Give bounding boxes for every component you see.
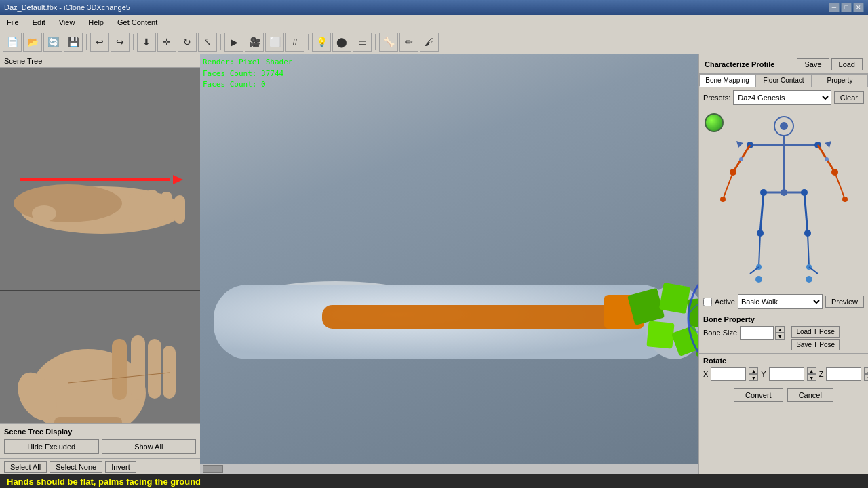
svg-rect-5 — [174, 195, 185, 224]
scene-tree-display-bar: Scene Tree Display Hide Excluded Show Al… — [0, 423, 200, 458]
maximize-btn[interactable]: □ — [841, 3, 852, 12]
rotate-y-spinner: ▲ ▼ — [807, 367, 816, 381]
display-btn[interactable]: ▭ — [353, 33, 372, 52]
svg-rect-4 — [161, 192, 172, 224]
svg-marker-8 — [173, 175, 183, 184]
menu-get-content[interactable]: Get Content — [113, 17, 161, 28]
play-btn[interactable]: ▶ — [224, 33, 243, 52]
bone-size-input[interactable]: 5.0 — [740, 326, 774, 340]
status-bar: Hands should be flat, palms facing the g… — [0, 474, 868, 488]
select-all-btn[interactable]: Select All — [4, 461, 47, 473]
svg-point-72 — [755, 276, 762, 283]
presets-row: Presets: Daz4 Genesis Clear — [699, 87, 868, 108]
3d-viewport[interactable]: Render: Pixel Shader Faces Count: 37744 … — [200, 54, 698, 474]
svg-rect-24 — [659, 283, 690, 314]
save-t-pose-btn[interactable]: Save T Pose — [791, 339, 840, 350]
scene-tree-header: Scene Tree — [0, 54, 200, 68]
select-bar: Select All Select None Invert — [0, 458, 200, 474]
left-panel: Scene Tree — [0, 54, 200, 474]
minimize-btn[interactable]: ─ — [829, 3, 840, 12]
tab-floor-contact[interactable]: Floor Contact — [755, 74, 812, 87]
menu-bar: File Edit View Help Get Content — [0, 15, 868, 30]
motion-select[interactable]: Basic Walk — [738, 294, 823, 309]
convert-btn[interactable]: Convert — [734, 388, 783, 402]
rx-up[interactable]: ▲ — [749, 367, 758, 374]
rotate-tb-btn[interactable]: ↻ — [178, 33, 197, 52]
new-btn[interactable]: 📄 — [3, 33, 22, 52]
move-btn[interactable]: ✛ — [157, 33, 176, 52]
svg-point-73 — [806, 276, 812, 283]
rotate-x-label: X — [703, 370, 708, 378]
bone-size-up[interactable]: ▲ — [775, 326, 785, 333]
char-load-btn[interactable]: Load — [831, 58, 863, 70]
ry-up[interactable]: ▲ — [807, 367, 816, 374]
bottom-hand-svg: 45° — [0, 291, 200, 423]
bone-btn[interactable]: 🦴 — [379, 33, 398, 52]
hide-excluded-btn[interactable]: Hide Excluded — [4, 439, 99, 454]
window-controls: ─ □ ✕ — [829, 3, 864, 12]
presets-select[interactable]: Daz4 Genesis — [733, 90, 831, 105]
clear-btn[interactable]: Clear — [834, 92, 864, 104]
rz-up[interactable]: ▲ — [864, 367, 868, 374]
light-btn[interactable]: 💡 — [312, 33, 331, 52]
scroll-thumb[interactable] — [203, 465, 223, 473]
invert-btn[interactable]: Invert — [105, 461, 136, 473]
scene-tree-buttons: Hide Excluded Show All — [4, 439, 196, 454]
tab-property[interactable]: Property — [812, 74, 868, 87]
svg-rect-13 — [163, 346, 176, 399]
menu-file[interactable]: File — [3, 17, 23, 28]
save-btn[interactable]: 💾 — [64, 33, 83, 52]
close-btn[interactable]: ✕ — [853, 3, 864, 12]
open-btn[interactable]: 📂 — [23, 33, 42, 52]
svg-rect-3 — [146, 190, 158, 224]
grid-btn[interactable]: # — [285, 33, 304, 52]
ry-down[interactable]: ▼ — [807, 374, 816, 381]
svg-line-48 — [723, 172, 733, 199]
title-text: Daz_Default.fbx - iClone 3DXchange5 — [4, 3, 130, 12]
menu-view[interactable]: View — [55, 17, 79, 28]
edit2-btn[interactable]: ✏ — [399, 33, 418, 52]
select-none-btn[interactable]: Select None — [50, 461, 102, 473]
svg-point-1 — [14, 184, 122, 222]
rotate-z-input[interactable]: 34.0 — [826, 367, 861, 381]
show-all-btn[interactable]: Show All — [102, 439, 197, 454]
cancel-btn[interactable]: Cancel — [787, 388, 833, 402]
char-save-btn[interactable]: Save — [797, 58, 829, 70]
camera-btn[interactable]: 🎥 — [245, 33, 264, 52]
characterize-header: Characterize Profile Save Load — [699, 54, 868, 74]
render-tb-btn[interactable]: ⬜ — [265, 33, 284, 52]
rx-down[interactable]: ▼ — [749, 374, 758, 381]
svg-line-65 — [808, 233, 809, 267]
svg-point-53 — [842, 197, 848, 202]
rotate-y-input[interactable]: 0.0 — [769, 367, 804, 381]
menu-help[interactable]: Help — [84, 17, 108, 28]
title-bar: Daz_Default.fbx - iClone 3DXchange5 ─ □ … — [0, 0, 868, 15]
bone-size-label: Bone Size — [703, 329, 737, 337]
active-checkbox[interactable] — [703, 298, 712, 306]
scene-tree-title: Scene Tree — [4, 57, 42, 65]
rotate-x-input[interactable]: 0.0 — [711, 367, 746, 381]
paint-btn[interactable]: 🖌 — [420, 33, 439, 52]
main-layout: Scene Tree — [0, 54, 868, 474]
import-btn[interactable]: ⬇ — [137, 33, 156, 52]
sep2 — [133, 34, 134, 50]
scale-btn[interactable]: ⤡ — [198, 33, 217, 52]
bone-size-down[interactable]: ▼ — [775, 333, 785, 340]
rz-down[interactable]: ▼ — [864, 374, 868, 381]
svg-line-67 — [809, 267, 818, 274]
svg-line-52 — [835, 172, 845, 199]
right-panel: Characterize Profile Save Load Bone Mapp… — [698, 54, 868, 474]
status-message: Hands should be flat, palms facing the g… — [7, 476, 201, 487]
sphere-btn[interactable]: ⬤ — [332, 33, 351, 52]
t-pose-buttons: Load T Pose Save T Pose — [791, 326, 840, 350]
body-diagram — [699, 108, 868, 291]
svg-point-49 — [720, 197, 726, 202]
refresh-btn[interactable]: 🔄 — [43, 33, 62, 52]
redo-btn[interactable]: ↪ — [111, 33, 130, 52]
viewport-scrollbar[interactable] — [200, 464, 698, 474]
load-t-pose-btn[interactable]: Load T Pose — [791, 326, 840, 338]
preview-btn[interactable]: Preview — [825, 296, 864, 308]
tab-bone-mapping[interactable]: Bone Mapping — [699, 74, 755, 87]
menu-edit[interactable]: Edit — [28, 17, 50, 28]
undo-btn[interactable]: ↩ — [90, 33, 109, 52]
